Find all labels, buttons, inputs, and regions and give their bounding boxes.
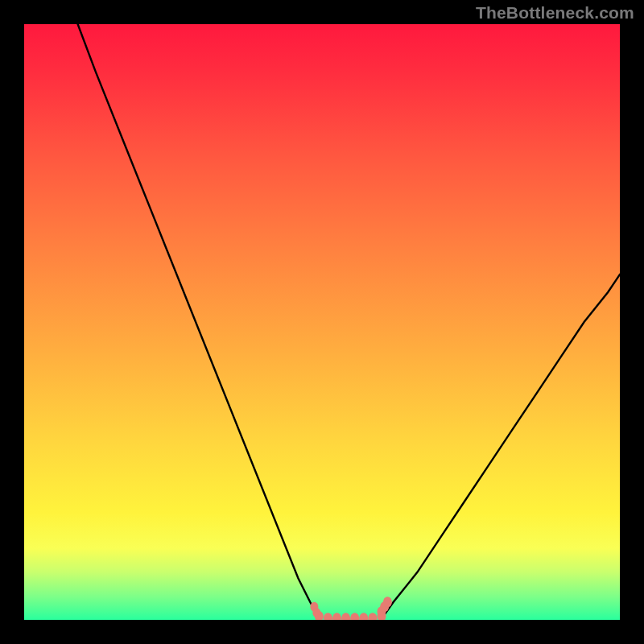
chart-plot-area — [24, 24, 620, 620]
right-curve-line — [382, 275, 620, 619]
marker-dot — [383, 597, 392, 607]
marker-dot — [368, 613, 377, 620]
watermark-text: TheBottleneck.com — [476, 3, 634, 23]
marker-dot — [350, 613, 359, 620]
marker-dot — [359, 613, 368, 620]
left-curve-line — [78, 24, 320, 619]
chart-svg — [24, 24, 620, 620]
chart-frame: TheBottleneck.com — [0, 0, 644, 644]
bottom-markers-group — [315, 597, 392, 620]
left-markers-group — [310, 602, 320, 617]
marker-dot — [332, 613, 341, 620]
marker-dot — [341, 613, 350, 620]
marker-dot — [312, 608, 320, 617]
marker-dot — [324, 613, 332, 620]
